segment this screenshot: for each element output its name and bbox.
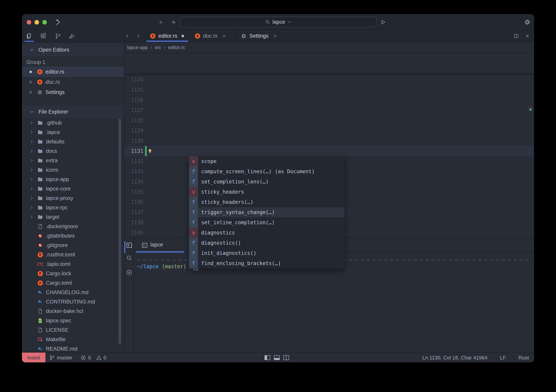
explorer-item-target[interactable]: target <box>22 212 124 222</box>
explorer-item-makefile[interactable]: Makefile <box>22 335 124 344</box>
completion-item-9[interactable]: finit_diagnostics() <box>189 248 344 258</box>
open-editor-item-doc-rs[interactable]: R doc.rs <box>22 77 124 87</box>
terminal-icon[interactable] <box>126 242 132 249</box>
explorer-item--gitattributes[interactable]: .gitattributes <box>22 231 124 241</box>
run-button[interactable] <box>380 19 386 25</box>
explorer-item--gitignore[interactable]: .gitignore <box>22 241 124 250</box>
toggle-left-panel-icon[interactable] <box>264 355 270 361</box>
chevron-right-icon[interactable] <box>29 196 34 200</box>
explorer-item-cargo-lock[interactable]: RCargo.lock <box>22 269 124 278</box>
sidebar-debug-icon[interactable] <box>69 33 75 39</box>
minimize-window-button[interactable] <box>34 20 39 24</box>
warning-count[interactable]: 0 <box>103 355 106 361</box>
explorer-item-cargo-toml[interactable]: RCargo.toml <box>22 278 124 288</box>
explorer-item-icons[interactable]: icons <box>22 165 124 175</box>
chevron-right-icon[interactable] <box>29 187 34 191</box>
explorer-item-lapce-core[interactable]: lapce-core <box>22 184 124 193</box>
tab-settings[interactable]: Settings <box>235 30 279 42</box>
tabs-prev-icon[interactable] <box>125 33 130 39</box>
explorer-item-lapce-spec[interactable]: lapce.spec <box>22 316 124 325</box>
tab-editor-rs[interactable]: R editor.rs <box>145 30 189 42</box>
sidebar-extensions-icon[interactable] <box>40 33 46 39</box>
explorer-item--dockerignore[interactable]: .dockerignore <box>22 222 124 231</box>
explorer-item-extra[interactable]: extra <box>22 156 124 165</box>
nav-forward-button[interactable] <box>170 19 176 25</box>
tabs-next-icon[interactable] <box>136 33 141 39</box>
breadcrumb-item[interactable]: editor.rs <box>168 45 185 50</box>
toggle-right-panel-icon[interactable] <box>283 355 289 361</box>
code-action-lightbulb-icon[interactable] <box>147 149 153 154</box>
file-explorer-header[interactable]: File Explorer <box>22 106 124 118</box>
tab-doc-rs[interactable]: R doc.rs <box>189 30 235 42</box>
completion-item-1[interactable]: fcompute_screen_lines(…) (as Document) <box>189 166 344 177</box>
close-window-button[interactable] <box>27 20 31 24</box>
sidebar-scrollbar[interactable] <box>118 118 121 344</box>
completion-item-0[interactable]: vscope <box>189 156 344 166</box>
explorer-item-license[interactable]: LICENSE <box>22 325 124 335</box>
close-editor-icon[interactable] <box>525 33 530 39</box>
settings-gear-icon[interactable] <box>524 19 531 25</box>
chevron-right-icon[interactable] <box>29 205 34 210</box>
code-line[interactable] <box>124 53 534 63</box>
language-mode[interactable]: Rust <box>518 355 529 361</box>
zoom-window-button[interactable] <box>42 20 47 24</box>
chevron-right-icon[interactable] <box>29 140 34 144</box>
explorer-item--lapce[interactable]: .lapce <box>22 127 124 137</box>
terminal-tab-label[interactable]: lapce <box>150 242 163 248</box>
code-line-1126[interactable]: 1126 <box>124 95 534 105</box>
code-line-1125[interactable]: 1125 <box>124 85 534 95</box>
chevron-right-icon[interactable] <box>29 130 34 134</box>
open-editor-item-settings[interactable]: Settings <box>22 87 124 97</box>
open-editor-item-editor-rs[interactable]: R editor.rs <box>22 67 124 77</box>
search-panel-icon[interactable] <box>126 255 132 261</box>
toggle-bottom-panel-icon[interactable] <box>274 355 280 361</box>
completion-item-2[interactable]: fset_completion_lens(…) <box>189 177 344 187</box>
completion-item-7[interactable]: vdiagnostics <box>189 227 344 238</box>
explorer-item-lapce-app[interactable]: lapce-app <box>22 175 124 184</box>
cursor-position[interactable]: Ln 1130, Col 18, Char 41964 <box>422 355 487 361</box>
breadcrumb-item[interactable]: lapce-app <box>127 45 148 50</box>
explorer-item-defaults[interactable]: defaults <box>22 137 124 146</box>
code-line-1124[interactable]: 1124 <box>124 75 534 85</box>
completion-item-selected[interactable]: ftrigger_syntax_change(…) <box>189 207 344 217</box>
completion-item-3[interactable]: vsticky_headers <box>189 187 344 197</box>
explorer-item--rustfmt-toml[interactable]: R.rustfmt.toml <box>22 250 124 259</box>
command-palette-input[interactable]: lapce <box>180 17 377 27</box>
branch-name[interactable]: master <box>57 355 72 361</box>
explorer-item-docs[interactable]: docs <box>22 146 124 156</box>
close-icon[interactable] <box>273 34 277 38</box>
open-editors-header[interactable]: Open Editors <box>22 44 124 56</box>
chevron-right-icon[interactable] <box>29 158 34 163</box>
chevron-right-icon[interactable] <box>29 215 34 219</box>
completion-item-6[interactable]: fset_inline_completion(…) <box>189 217 344 227</box>
nav-back-button[interactable] <box>158 19 164 25</box>
problems-panel-icon[interactable] <box>126 269 132 276</box>
line-ending[interactable]: LF <box>500 355 506 361</box>
explorer-item-contributing-md[interactable]: M↓CONTRIBUTING.md <box>22 297 124 306</box>
chevron-right-icon[interactable] <box>29 121 34 125</box>
editor-scrollbar[interactable] <box>529 53 530 238</box>
close-icon[interactable] <box>28 80 33 84</box>
explorer-item-lapce-proxy[interactable]: lapce-proxy <box>22 193 124 203</box>
breadcrumb-item[interactable]: src <box>155 45 161 50</box>
close-icon[interactable] <box>222 34 226 38</box>
modified-dot-icon[interactable] <box>182 35 184 37</box>
explorer-item-docker-bake-hcl[interactable]: docker-bake.hcl <box>22 306 124 316</box>
code-line-1131[interactable]: 1131 <box>124 146 534 156</box>
sidebar-files-icon[interactable] <box>26 33 32 39</box>
explorer-item--github[interactable]: .github <box>22 118 124 127</box>
modified-dot-icon[interactable] <box>28 70 33 74</box>
explorer-item-readme-md[interactable]: M↓README.md <box>22 344 124 352</box>
chevron-right-icon[interactable] <box>29 149 34 153</box>
code-line-1128[interactable]: 1128 <box>124 115 534 125</box>
explorer-item-lapce-rpc[interactable]: lapce-rpc <box>22 203 124 212</box>
explorer-item-changelog-md[interactable]: M↓CHANGELOG.md <box>22 288 124 297</box>
completion-item-4[interactable]: fsticky_headers(…) <box>189 197 344 207</box>
sidebar-source-control-icon[interactable] <box>55 33 61 39</box>
code-line-1130[interactable]: 1130 <box>124 136 534 146</box>
split-editor-icon[interactable] <box>514 33 519 39</box>
chevron-right-icon[interactable] <box>29 168 34 172</box>
chevron-right-icon[interactable] <box>29 177 34 181</box>
close-icon[interactable] <box>28 90 33 94</box>
completion-item-10[interactable]: ffind_enclosing_brackets(…) <box>189 258 344 268</box>
